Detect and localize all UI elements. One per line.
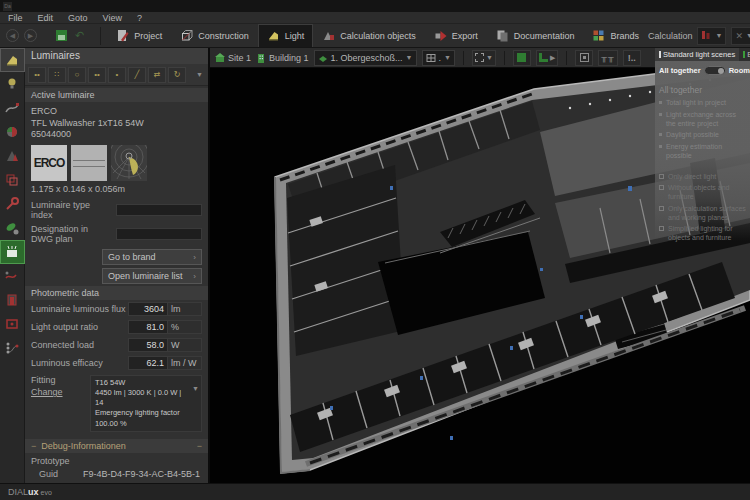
focus-frame-icon [580,53,589,62]
tab-project[interactable]: Project [107,24,171,48]
tab-export[interactable]: Export [425,24,487,48]
tab-construction[interactable]: Construction [171,24,258,48]
sidebar-item-emergency-route[interactable] [0,264,25,288]
viewport-3d[interactable]: Site 1 Building 1 1. Obergeschoß... ▼ . … [210,48,750,483]
type-index-input[interactable] [116,204,202,216]
collapse-icon: − [197,439,202,453]
floor-selector[interactable]: 1. Obergeschoß... ▼ [314,50,417,66]
sidebar-item-measure-points[interactable] [0,336,25,360]
menu-edit[interactable]: Edit [38,13,54,23]
sidebar-item-copy[interactable] [0,168,25,192]
single-arrangement-icon[interactable]: • [108,67,126,83]
building-button[interactable]: Building 1 [256,53,309,63]
scene-option[interactable]: Simplified lighting for objects and furn… [659,225,746,243]
field-arrangement-icon[interactable]: ∷ [48,67,66,83]
undo-button[interactable]: ↶ [75,29,84,42]
toolbar-separator [463,51,464,65]
calculation-objects-icon [322,29,335,42]
annotation-button[interactable]: !.. [623,50,641,66]
efficacy-value[interactable]: 62.1 [128,356,168,370]
filled-square-icon [517,53,526,62]
tab-emergency[interactable]: Emergen [739,48,750,61]
swap-icon[interactable]: ⇄ [148,67,166,83]
scene-option[interactable]: Without objects and furniture [659,184,746,202]
menu-file[interactable]: File [8,13,23,23]
arrangement-dropdown[interactable]: ▼ [196,71,205,78]
sidebar-item-materials[interactable] [0,120,25,144]
scene-mode-toggle[interactable] [704,66,726,75]
tab-calculation-objects-label: Calculation objects [340,31,416,41]
scene-option[interactable]: Only calculation surfaces and working pl… [659,205,746,223]
light-icon [267,29,280,42]
sidebar-item-lamps[interactable] [0,72,25,96]
sidebar-item-luminaires[interactable] [0,48,25,72]
tab-light[interactable]: Light [258,24,314,48]
menu-help[interactable]: ? [137,13,142,23]
flux-unit: lm [168,302,202,316]
cable-icon [4,100,20,116]
cancel-calculation-button[interactable]: ✕ ▼ [731,27,750,45]
chevron-down-icon: ▼ [444,54,451,61]
fitting-line1: T16 54W [95,378,191,388]
sidebar-item-tools[interactable] [0,192,25,216]
tab-documentation[interactable]: Documentation [487,24,584,48]
tab-brands-label: Brands [610,31,639,41]
checkbox-icon [659,206,664,211]
dwg-input[interactable] [116,228,202,240]
menu-goto[interactable]: Goto [68,13,88,23]
zoom-fit-button[interactable] [575,50,593,66]
site-button[interactable]: Site 1 [215,53,251,63]
save-button[interactable] [56,30,67,41]
tab-calculation-objects[interactable]: Calculation objects [313,24,425,48]
scene-option[interactable]: Only direct light [659,173,746,182]
checkbox-icon [659,226,664,231]
wall-display-button[interactable]: ▶ [536,50,558,66]
sidebar-item-emergency-luminaire[interactable] [0,288,25,312]
change-fitting-link[interactable]: Change [31,387,63,397]
fitting-select[interactable]: T16 54W 4450 lm | 3000 K | 0.0 W | 14 Em… [90,375,202,432]
active-luminaire-header: Active luminaire [25,88,208,102]
scene-section-title: All together [659,85,746,95]
tab-light-label: Light [285,31,305,41]
luminaire-product: TFL Wallwasher 1xT16 54W [31,118,202,130]
checkbox-icon [659,174,664,179]
tab-standard-label: Standard light scenes [663,50,735,59]
rotate-icon[interactable]: ↻ [168,67,186,83]
debug-section-header[interactable]: − Debug-Informationen − [25,439,208,453]
view-selector[interactable]: . ▼ [422,50,455,66]
sidebar-item-calc-surface[interactable] [0,312,25,336]
connected-load-unit: W [168,338,202,352]
collapse-icon: − [31,439,36,453]
output-ratio-value[interactable]: 81.0 [128,320,168,334]
calculation-button[interactable]: ▼ [697,27,726,45]
sidebar-item-cables[interactable] [0,96,25,120]
copy-frames-icon [4,172,20,188]
polar-diagram-thumb[interactable] [111,145,147,181]
room-display-button[interactable] [513,50,531,66]
checkbox-icon [659,185,664,190]
connected-load-value[interactable]: 58.0 [128,338,168,352]
back-button[interactable]: ◀ [6,29,19,42]
circle-arrangement-icon[interactable]: ○ [68,67,86,83]
type-index-label: Luminaire type index [31,200,112,220]
brand-logo-thumb[interactable]: ERCO [31,145,67,181]
go-to-brand-button[interactable]: Go to brand › [102,249,202,265]
dimension-lines-button[interactable]: ╥╥ [598,50,617,66]
tab-brands[interactable]: Brands [583,24,648,48]
line-arrangement-icon[interactable]: •• [28,67,46,83]
sidebar-item-photometry[interactable] [0,144,25,168]
tab-standard-light-scenes[interactable]: Standard light scenes [655,48,739,61]
main-toolbar: ◀ ▶ ↶ Project Construction Light Calcula… [0,24,750,48]
forward-button[interactable]: ▶ [24,29,37,42]
all-together-label: All together [659,66,701,75]
light-scenes-panel: Standard light scenes Emergen All togeth… [655,48,750,241]
section-view-button[interactable]: ▼ [472,50,496,66]
sidebar-item-energy[interactable] [0,216,25,240]
open-luminaire-list-button[interactable]: Open luminaire list › [102,268,202,284]
magic-wand-icon[interactable]: ╱ [128,67,146,83]
sidebar-item-light-scenes[interactable] [0,240,25,264]
luminaire-photo-thumb[interactable] [71,145,107,181]
flux-value[interactable]: 3604 [128,302,168,316]
pair-arrangement-icon[interactable]: •• [88,67,106,83]
menu-view[interactable]: View [103,13,122,23]
